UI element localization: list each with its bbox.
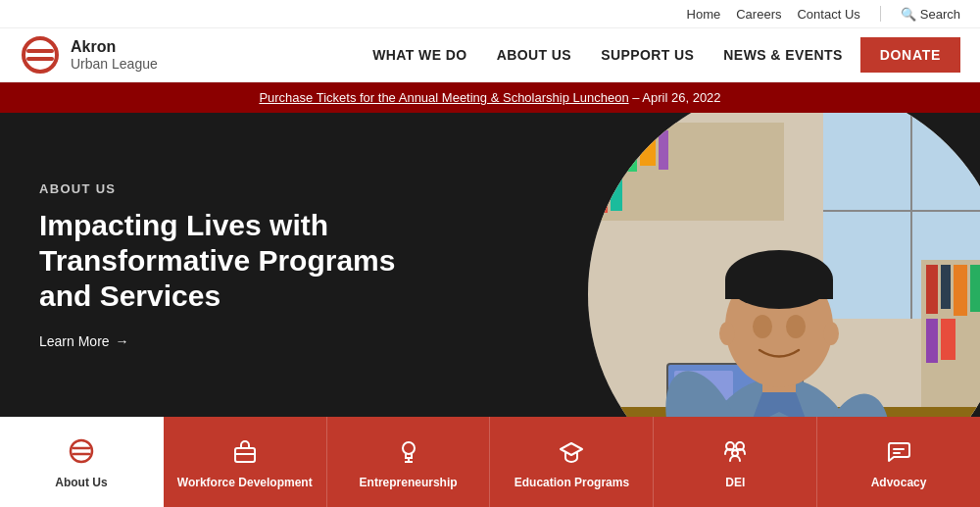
tile-about-us[interactable]: About Us — [0, 417, 164, 507]
svg-point-37 — [786, 315, 806, 338]
divider — [880, 6, 881, 22]
svg-rect-21 — [598, 177, 608, 213]
contact-link[interactable]: Contact Us — [797, 7, 859, 22]
svg-point-36 — [753, 315, 772, 338]
hero-learn-more-link[interactable]: Learn More → — [39, 333, 451, 349]
svg-rect-12 — [970, 265, 980, 312]
tile-education[interactable]: Education Programs — [490, 417, 654, 507]
org-name: Urban League — [71, 56, 158, 73]
search-button[interactable]: 🔍 Search — [901, 7, 960, 22]
nav-support-us[interactable]: SUPPORT US — [589, 39, 706, 71]
entrepreneurship-icon — [396, 438, 421, 470]
search-icon: 🔍 — [901, 7, 916, 22]
nav-what-we-do[interactable]: WHAT WE DO — [361, 39, 478, 71]
bottom-tiles: About Us Workforce Development Entrepren… — [0, 417, 980, 507]
announcement-suffix: – April 26, 2022 — [629, 90, 721, 105]
top-bar-links: Home Careers Contact Us — [687, 7, 860, 22]
svg-point-49 — [403, 442, 415, 454]
hero-content: ABOUT US Impacting Lives with Transforma… — [0, 113, 490, 417]
svg-point-0 — [24, 38, 57, 72]
top-bar: Home Careers Contact Us 🔍 Search — [0, 0, 980, 28]
careers-link[interactable]: Careers — [736, 7, 781, 22]
svg-point-38 — [719, 322, 735, 345]
svg-point-54 — [732, 450, 738, 456]
nav-about-us[interactable]: ABOUT US — [485, 39, 583, 71]
announcement-link[interactable]: Purchase Tickets for the Annual Meeting … — [259, 90, 628, 105]
hero-photo-svg — [588, 113, 980, 417]
advocacy-icon — [886, 438, 911, 470]
home-link[interactable]: Home — [687, 7, 721, 22]
svg-rect-11 — [954, 265, 967, 316]
tile-dei[interactable]: DEI — [654, 417, 817, 507]
svg-rect-16 — [598, 130, 608, 170]
svg-rect-10 — [941, 265, 951, 309]
header: Akron Urban League WHAT WE DO ABOUT US S… — [0, 28, 980, 82]
svg-rect-13 — [926, 319, 938, 363]
logo-text: Akron Urban League — [71, 37, 158, 73]
search-label: Search — [920, 7, 960, 22]
announcement-bar: Purchase Tickets for the Annual Meeting … — [0, 82, 980, 113]
hero-image-circle — [588, 113, 980, 417]
tile-dei-label: DEI — [725, 476, 745, 489]
donate-button[interactable]: DONATE — [860, 37, 960, 73]
svg-rect-9 — [926, 265, 938, 314]
svg-point-39 — [823, 322, 839, 345]
org-city: Akron — [71, 37, 158, 56]
tile-education-label: Education Programs — [514, 476, 629, 489]
svg-rect-19 — [640, 130, 656, 166]
tile-entrepreneurship-label: Entrepreneurship — [360, 476, 458, 489]
logo-icon — [20, 34, 61, 76]
svg-rect-14 — [941, 319, 956, 360]
hero-section: ABOUT US Impacting Lives with Transforma… — [0, 113, 980, 417]
hero-learn-more-text: Learn More — [39, 333, 110, 349]
workforce-icon — [232, 438, 258, 470]
tile-advocacy[interactable]: Advocacy — [817, 417, 980, 507]
svg-rect-22 — [611, 177, 622, 211]
arrow-icon: → — [116, 333, 129, 349]
svg-rect-20 — [659, 130, 668, 170]
tile-workforce[interactable]: Workforce Development — [164, 417, 327, 507]
about-us-icon — [69, 438, 94, 470]
dei-icon — [722, 438, 748, 470]
tile-entrepreneurship[interactable]: Entrepreneurship — [327, 417, 491, 507]
nav-news-events[interactable]: NEWS & EVENTS — [711, 39, 854, 71]
education-icon — [559, 438, 584, 470]
svg-rect-17 — [611, 130, 624, 168]
tile-advocacy-label: Advocacy — [871, 476, 927, 489]
hero-section-label: ABOUT US — [39, 181, 451, 196]
logo[interactable]: Akron Urban League — [20, 34, 158, 76]
main-nav: WHAT WE DO ABOUT US SUPPORT US NEWS & EV… — [361, 37, 960, 73]
tile-about-us-label: About Us — [55, 476, 107, 489]
svg-rect-18 — [627, 130, 637, 172]
svg-point-44 — [71, 440, 92, 462]
tile-workforce-label: Workforce Development — [177, 476, 313, 489]
svg-rect-35 — [725, 279, 833, 299]
hero-title: Impacting Lives with Transformative Prog… — [39, 208, 451, 314]
